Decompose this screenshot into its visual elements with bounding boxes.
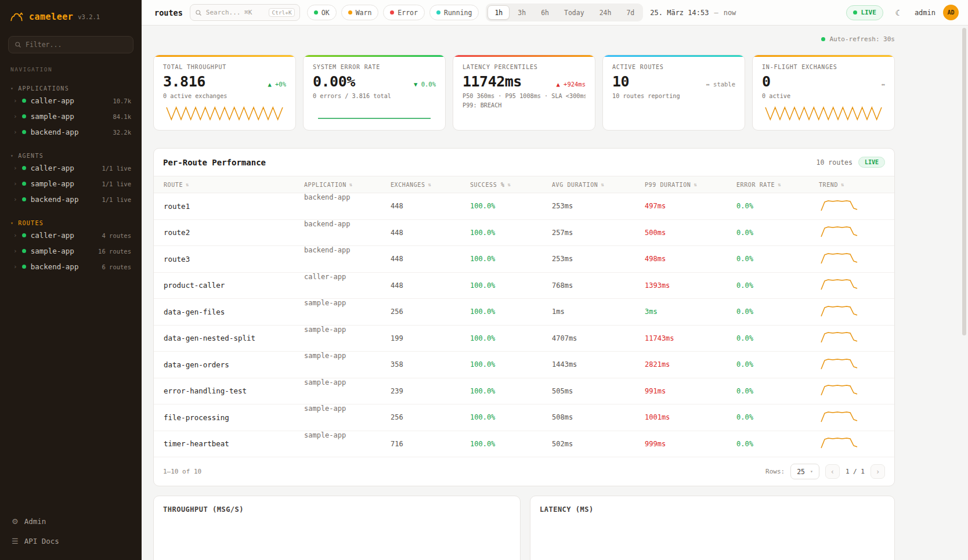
- status-dot-icon: [22, 233, 26, 237]
- table-body: route1backend-app448100.0%253ms497ms0.0%…: [154, 193, 894, 457]
- sidebar-filter: [8, 36, 133, 53]
- sidebar-item-admin[interactable]: ⚙Admin: [8, 512, 133, 530]
- scrollbar[interactable]: [962, 28, 966, 335]
- sidebar-item-agents-backend-app[interactable]: ›backend-app1/1 live: [8, 192, 133, 207]
- kpi-delta: ▼ 0.0%: [414, 81, 436, 88]
- kpi-value: 0: [762, 73, 771, 90]
- cell-trend: [809, 357, 894, 373]
- search-input[interactable]: [206, 9, 265, 16]
- sidebar-item-routes-backend-app[interactable]: ›backend-app6 routes: [8, 259, 133, 274]
- sidebar-item-routes-sample-app[interactable]: ›sample-app16 routes: [8, 243, 133, 259]
- rows-per-page-select[interactable]: 25 ▾: [790, 464, 819, 479]
- cell-exchanges: 256: [381, 413, 460, 421]
- sort-icon: ⇅: [601, 182, 604, 187]
- cell-avg-duration: 253ms: [542, 255, 635, 263]
- search-icon: [195, 9, 202, 16]
- cell-application: sample-app: [294, 326, 381, 352]
- chevron-right-icon: ›: [13, 247, 17, 255]
- filter-chip-ok[interactable]: OK: [307, 5, 337, 20]
- theme-toggle-button[interactable]: ☾: [891, 5, 907, 21]
- cell-exchanges: 199: [381, 334, 460, 342]
- table-row-data-gen-files[interactable]: data-gen-filessample-app256100.0%1ms3ms0…: [154, 299, 894, 326]
- table-row-file-processing[interactable]: file-processingsample-app256100.0%508ms1…: [154, 404, 894, 431]
- column-header-route[interactable]: ROUTE⇅: [154, 182, 294, 188]
- kpi-cards-row: TOTAL THROUGHPUT3.816▲ +0%0 active excha…: [153, 55, 895, 131]
- range-button-3h[interactable]: 3h: [511, 5, 533, 20]
- kpi-subtext-2: P99: BREACH: [463, 102, 586, 109]
- table-row-data-gen-nested-split[interactable]: data-gen-nested-splitsample-app199100.0%…: [154, 326, 894, 352]
- next-page-button[interactable]: ›: [871, 464, 885, 479]
- range-button-6h[interactable]: 6h: [534, 5, 556, 20]
- live-label: LIVE: [861, 9, 876, 16]
- kpi-subtext: 0 active: [762, 93, 885, 99]
- sidebar-item-label: caller-app: [31, 164, 97, 172]
- prev-page-button[interactable]: ‹: [825, 464, 840, 479]
- cell-avg-duration: 505ms: [542, 387, 635, 395]
- app-name: cameleer: [29, 12, 73, 22]
- sort-icon: ⇅: [186, 182, 189, 187]
- sidebar-item-agents-sample-app[interactable]: ›sample-app1/1 live: [8, 176, 133, 192]
- date-range[interactable]: 25. März 14:53 — now: [650, 9, 736, 17]
- cell-route: route3: [154, 255, 294, 263]
- column-header-trend[interactable]: TREND⇅: [809, 182, 894, 188]
- chevron-right-icon: ›: [13, 180, 17, 187]
- column-header-error-rate[interactable]: ERROR RATE⇅: [727, 182, 809, 188]
- cell-application: sample-app: [294, 299, 381, 325]
- filter-chip-error[interactable]: Error: [383, 5, 425, 20]
- date-range-separator: —: [714, 9, 718, 17]
- cell-p99-duration: 999ms: [635, 440, 727, 448]
- table-row-route1[interactable]: route1backend-app448100.0%253ms497ms0.0%: [154, 193, 894, 220]
- range-button-24h[interactable]: 24h: [593, 5, 619, 20]
- content-scroll-area[interactable]: Auto-refresh: 30s TOTAL THROUGHPUT3.816▲…: [142, 26, 968, 560]
- cell-application: sample-app: [294, 404, 381, 431]
- sidebar-section-header-routes[interactable]: ▾ROUTES: [8, 219, 133, 227]
- column-header-avg-duration[interactable]: AVG DURATION⇅: [542, 182, 635, 188]
- filter-chip-warn[interactable]: Warn: [341, 5, 379, 20]
- range-button-7d[interactable]: 7d: [619, 5, 641, 20]
- column-label: ROUTE: [164, 182, 183, 188]
- throughput-chart-title: THROUGHPUT (MSG/S): [154, 496, 520, 521]
- column-header-success[interactable]: SUCCESS %⇅: [460, 182, 542, 188]
- cell-success: 100.0%: [460, 308, 542, 316]
- sidebar-item-agents-caller-app[interactable]: ›caller-app1/1 live: [8, 160, 133, 176]
- sidebar-sections: ▾APPLICATIONS›caller-app10.7k›sample-app…: [8, 73, 133, 274]
- cell-trend: [809, 383, 894, 399]
- status-dot-icon: [22, 166, 26, 170]
- column-header-application[interactable]: APPLICATION⇅: [294, 182, 381, 188]
- sidebar-section-header-applications[interactable]: ▾APPLICATIONS: [8, 84, 133, 93]
- table-row-data-gen-orders[interactable]: data-gen-orderssample-app358100.0%1443ms…: [154, 352, 894, 378]
- sidebar-item-applications-caller-app[interactable]: ›caller-app10.7k: [8, 93, 133, 109]
- avatar[interactable]: AD: [943, 5, 959, 20]
- chevron-right-icon: ›: [13, 196, 17, 203]
- cell-error-rate: 0.0%: [727, 229, 809, 237]
- sidebar-item-label: backend-app: [31, 262, 97, 271]
- table-row-route2[interactable]: route2backend-app448100.0%257ms500ms0.0%: [154, 220, 894, 247]
- sidebar-item-applications-backend-app[interactable]: ›backend-app32.2k: [8, 124, 133, 140]
- cell-avg-duration: 1443ms: [542, 360, 635, 368]
- sidebar-item-api-docs[interactable]: ☰API Docs: [8, 532, 133, 550]
- range-button-1h[interactable]: 1h: [487, 5, 510, 20]
- status-dot-icon: [22, 249, 26, 253]
- range-button-today[interactable]: Today: [557, 5, 591, 20]
- gear-icon: ⚙: [12, 517, 19, 526]
- panel-header: Per-Route Performance 10 routes LIVE: [154, 149, 894, 176]
- sidebar-item-routes-caller-app[interactable]: ›caller-app4 routes: [8, 227, 133, 243]
- table-row-route3[interactable]: route3backend-app448100.0%253ms498ms0.0%: [154, 246, 894, 273]
- filter-chip-running[interactable]: Running: [429, 5, 479, 20]
- table-row-timer-heartbeat[interactable]: timer-heartbeatsample-app716100.0%502ms9…: [154, 431, 894, 458]
- cell-trend: [809, 330, 894, 346]
- kpi-subtext: 0 errors / 3.816 total: [313, 93, 436, 99]
- sidebar-item-applications-sample-app[interactable]: ›sample-app84.1k: [8, 109, 133, 124]
- sidebar-filter-input[interactable]: [26, 41, 127, 49]
- sidebar-item-label: caller-app: [31, 231, 97, 240]
- live-status-badge[interactable]: LIVE: [846, 5, 883, 20]
- column-header-p99-duration[interactable]: P99 DURATION⇅: [635, 182, 727, 188]
- cell-p99-duration: 1001ms: [635, 413, 727, 421]
- table-row-error-handling-test[interactable]: error-handling-testsample-app239100.0%50…: [154, 378, 894, 405]
- table-row-product-caller[interactable]: product-callercaller-app448100.0%768ms13…: [154, 273, 894, 299]
- status-dot-icon: [314, 10, 318, 15]
- column-header-exchanges[interactable]: EXCHANGES⇅: [381, 182, 460, 188]
- sidebar-section-header-agents[interactable]: ▾AGENTS: [8, 151, 133, 160]
- sidebar-section-label: AGENTS: [18, 153, 44, 159]
- pagination-controls: Rows: 25 ▾ ‹ 1 / 1 ›: [765, 464, 885, 479]
